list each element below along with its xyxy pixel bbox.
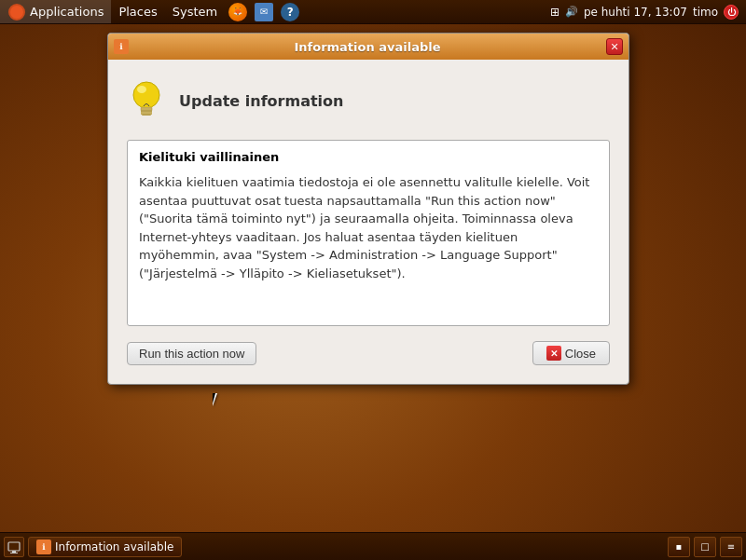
places-menu-label: Places [118, 5, 157, 19]
desktop: Applications Places System 🦊 ✉ ? ⊞ 🔊 pe … [0, 0, 746, 560]
top-right-area: ⊞ 🔊 pe huhti 17, 13:07 timo ⏻ [550, 5, 746, 20]
dialog-text-box: Kielituki vaillinainen Kaikkia kielituen… [127, 140, 610, 326]
taskbar-bottom: ℹ Information available ▪ □ ≡ [0, 532, 746, 560]
taskbar-top: Applications Places System 🦊 ✉ ? ⊞ 🔊 pe … [0, 0, 746, 24]
volume-icon: 🔊 [565, 6, 578, 18]
email-icon[interactable]: ✉ [251, 0, 277, 23]
power-icon[interactable]: ⏻ [724, 5, 739, 20]
close-button-label: Close [565, 347, 596, 361]
dialog-close-button[interactable]: ✕ [606, 38, 623, 55]
cursor [213, 393, 224, 410]
dialog-title-icon: ℹ [114, 39, 129, 54]
information-dialog: ℹ Information available ✕ [107, 33, 629, 385]
section-title: Kielituki vaillinainen [139, 150, 598, 164]
task-btn-label: Information available [55, 540, 173, 553]
places-menu[interactable]: Places [111, 0, 164, 23]
bottom-right-icons: ▪ □ ≡ [668, 537, 742, 557]
applications-menu-label: Applications [30, 5, 104, 19]
dialog-title: Information available [134, 40, 601, 54]
network-icon: ⊞ [550, 6, 560, 19]
ubuntu-logo-icon [7, 3, 26, 21]
close-button[interactable]: ✕ Close [532, 341, 610, 365]
run-action-button[interactable]: Run this action now [127, 342, 256, 365]
svg-rect-7 [12, 551, 16, 553]
top-menu-bar: Applications Places System 🦊 ✉ ? [0, 0, 303, 23]
bulb-icon [127, 76, 166, 125]
dialog-header: Update information [127, 76, 610, 125]
username-label: timo [693, 6, 718, 19]
bottom-icon-2[interactable]: □ [694, 537, 716, 557]
dialog-content: Update information Kielituki vaillinaine… [108, 60, 629, 384]
svg-rect-5 [142, 114, 151, 116]
show-desktop-icon[interactable] [4, 537, 24, 557]
bottom-icon-3[interactable]: ≡ [720, 537, 742, 557]
svg-point-1 [137, 86, 146, 93]
system-menu-label: System [173, 5, 217, 19]
dialog-actions: Run this action now ✕ Close [127, 341, 610, 365]
task-info-button[interactable]: ℹ Information available [28, 537, 182, 557]
firefox-icon[interactable]: 🦊 [225, 0, 251, 23]
datetime-label: pe huhti 17, 13:07 [584, 6, 687, 19]
system-menu[interactable]: System [165, 0, 225, 23]
dialog-titlebar: ℹ Information available ✕ [108, 34, 629, 60]
dialog-header-title: Update information [179, 92, 343, 110]
svg-rect-8 [10, 553, 18, 553]
help-icon[interactable]: ? [277, 0, 303, 23]
body-text: Kaikkia kielituen vaatimia tiedostoja ei… [139, 173, 598, 282]
bottom-icon-1[interactable]: ▪ [668, 537, 690, 557]
task-btn-icon: ℹ [36, 540, 51, 554]
close-x-icon: ✕ [546, 346, 561, 361]
svg-rect-6 [8, 542, 20, 551]
applications-menu[interactable]: Applications [0, 0, 111, 23]
